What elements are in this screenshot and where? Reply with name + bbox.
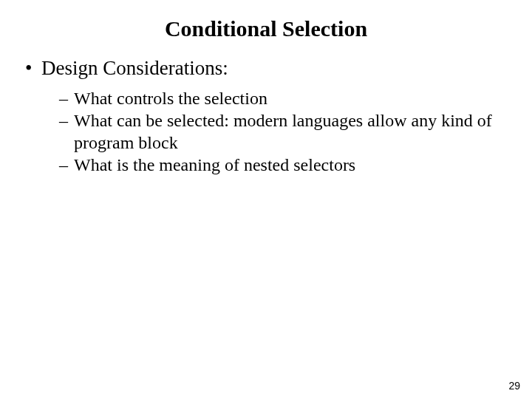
list-item: – What is the meaning of nested selector…	[22, 154, 510, 176]
slide-title: Conditional Selection	[0, 0, 532, 49]
l2-text: What can be selected: modern languages a…	[74, 111, 492, 152]
dash-icon: –	[59, 109, 68, 132]
slide-body: • Design Considerations: – What controls…	[0, 49, 532, 176]
list-item: • Design Considerations:	[22, 56, 510, 81]
dash-icon: –	[59, 154, 68, 176]
dash-icon: –	[59, 87, 68, 109]
page-number: 29	[508, 380, 520, 392]
list-item: – What controls the selection	[22, 87, 510, 109]
l1-text: Design Considerations:	[41, 57, 228, 79]
bullet-icon: •	[25, 56, 32, 81]
l2-text: What is the meaning of nested selectors	[74, 155, 355, 174]
l2-text: What controls the selection	[74, 89, 267, 108]
slide: Conditional Selection • Design Considera…	[0, 0, 532, 399]
list-item: – What can be selected: modern languages…	[22, 109, 510, 154]
